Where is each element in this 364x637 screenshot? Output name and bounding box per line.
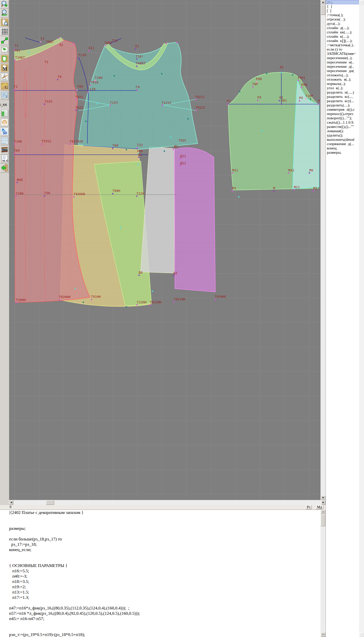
command-item[interactable]: пересечение(..);	[326, 56, 359, 60]
rz-mode-button[interactable]: Рз	[305, 505, 312, 509]
construction-point[interactable]	[44, 195, 45, 197]
construction-point[interactable]	[309, 172, 310, 174]
construction-point[interactable]	[112, 148, 113, 149]
construction-point[interactable]	[215, 299, 216, 300]
construction-point[interactable]	[138, 157, 140, 158]
construction-point[interactable]	[313, 191, 314, 192]
pattern-outline-button[interactable]	[0, 55, 9, 63]
command-item[interactable]: пересечение дн(	[326, 69, 359, 73]
construction-point[interactable]	[292, 74, 293, 76]
command-item[interactable]: удалить();	[326, 133, 359, 138]
panel-scroll-down-button[interactable]: ∨	[359, 632, 364, 637]
segment-button[interactable]	[0, 37, 9, 45]
command-item[interactable]: пересечение д(..	[326, 64, 359, 69]
exit-arrow-button[interactable]	[0, 164, 9, 173]
construction-point[interactable]	[110, 105, 111, 106]
construction-point[interactable]	[15, 196, 17, 197]
construction-point[interactable]	[87, 92, 89, 93]
command-item[interactable]: отложить(...);	[326, 73, 359, 77]
construction-point[interactable]	[73, 196, 75, 198]
construction-point[interactable]	[138, 164, 139, 165]
portrait-button[interactable]	[0, 119, 9, 127]
construction-point[interactable]	[73, 43, 75, 44]
construction-point[interactable]	[293, 189, 295, 191]
scroll-right-button[interactable]: ▶	[321, 500, 326, 505]
construction-point[interactable]	[196, 110, 197, 111]
construction-point[interactable]	[195, 99, 197, 100]
construction-point[interactable]	[114, 75, 115, 77]
alg-document-button[interactable]: ALG	[0, 155, 9, 164]
construction-point[interactable]	[126, 306, 127, 308]
construction-point[interactable]	[281, 72, 282, 73]
map-button[interactable]	[0, 46, 9, 54]
construction-point[interactable]	[70, 144, 71, 145]
construction-point[interactable]	[136, 58, 138, 60]
construction-point[interactable]	[126, 149, 127, 150]
construction-point[interactable]	[88, 50, 90, 52]
panel-scroll-up-button[interactable]: ∧	[359, 0, 364, 5]
construction-point[interactable]	[318, 104, 319, 105]
construction-point[interactable]	[257, 100, 259, 101]
drafting-tools-button[interactable]: A	[0, 73, 9, 82]
construction-point[interactable]	[136, 196, 138, 197]
command-item[interactable]: выполнить(dmod	[326, 138, 359, 142]
construction-point[interactable]	[83, 302, 84, 303]
construction-point[interactable]	[41, 144, 43, 145]
construction-point[interactable]	[17, 182, 18, 183]
construction-point[interactable]	[232, 172, 233, 174]
construction-point[interactable]	[150, 304, 151, 306]
construction-point[interactable]	[161, 73, 163, 75]
command-item[interactable]: [ ]	[326, 9, 359, 13]
construction-point[interactable]	[76, 99, 77, 100]
command-item[interactable]: если () то	[326, 47, 359, 52]
construction-point[interactable]	[164, 151, 165, 152]
construction-point[interactable]	[76, 110, 77, 111]
construction-point[interactable]	[112, 193, 113, 194]
command-item[interactable]: дуга(...);	[326, 21, 359, 26]
construction-point[interactable]	[261, 130, 263, 132]
construction-point[interactable]	[14, 153, 15, 154]
command-item[interactable]: сплайн к(....);	[326, 34, 359, 39]
construction-point[interactable]	[90, 85, 91, 86]
construction-point[interactable]	[135, 49, 136, 50]
construction-point[interactable]	[273, 191, 275, 192]
command-item[interactable]: := ;	[326, 0, 359, 4]
canvas-hscrollbar[interactable]: ◀ ▶	[9, 500, 326, 505]
construction-point[interactable]	[288, 172, 289, 174]
pattern-g-button[interactable]: G	[0, 82, 9, 91]
vscroll-thumb[interactable]	[321, 5, 325, 15]
command-item[interactable]: :=точка(.);	[326, 13, 359, 17]
construction-point[interactable]	[252, 86, 254, 88]
drafting-canvas[interactable]: Т1Т01Т3Т9БТЛ1Т10БТТ5Т11ПТ8Г1Т9ПТ921Т922Т…	[9, 0, 321, 500]
command-item[interactable]: пересечение н(..	[326, 60, 359, 64]
construction-point[interactable]	[179, 165, 181, 167]
command-item[interactable]: сжать(()...1.1.0.9.	[326, 120, 359, 125]
command-item[interactable]: ЗАПИСАТЬ(имя=	[326, 52, 359, 56]
construction-point[interactable]	[162, 105, 163, 106]
command-item[interactable]: разделить ксу(...	[326, 99, 359, 103]
script-editor[interactable]: |{2402 Платье с декоративным запахом } р…	[0, 510, 321, 637]
editor-scroll-down-button[interactable]: ∨	[321, 632, 325, 637]
command-item[interactable]: отрезок( . );	[326, 17, 359, 21]
construction-point[interactable]	[298, 80, 299, 81]
construction-point[interactable]	[136, 89, 138, 91]
construction-point[interactable]	[91, 299, 92, 300]
table-button[interactable]	[0, 109, 9, 118]
construction-point[interactable]	[136, 304, 138, 306]
construction-point[interactable]	[266, 73, 267, 74]
construction-point[interactable]	[173, 276, 174, 277]
command-item[interactable]: разделить н(.....)	[326, 90, 359, 95]
scroll-left-button[interactable]: ◀	[9, 500, 13, 505]
list-button[interactable]	[0, 137, 9, 145]
construction-point[interactable]	[305, 98, 307, 100]
construction-point[interactable]	[310, 99, 311, 100]
books-button[interactable]	[0, 146, 9, 154]
command-item[interactable]: { }	[326, 4, 359, 9]
command-item[interactable]: поворот(()..."");	[326, 116, 359, 120]
construction-point[interactable]	[152, 291, 153, 292]
zoom-in-button[interactable]	[0, 0, 9, 9]
construction-point[interactable]	[173, 302, 175, 303]
construction-point[interactable]	[239, 91, 240, 92]
construction-point[interactable]	[75, 288, 76, 289]
command-item[interactable]: сопряжение д(...	[326, 142, 359, 146]
